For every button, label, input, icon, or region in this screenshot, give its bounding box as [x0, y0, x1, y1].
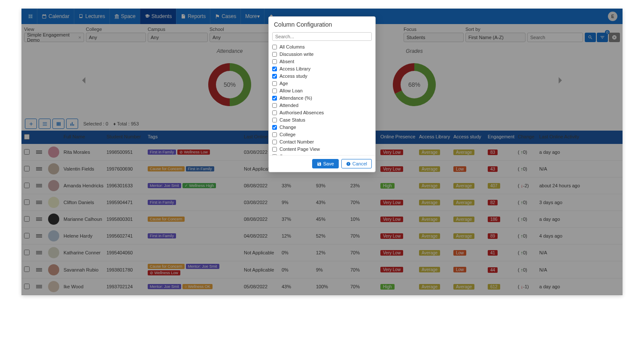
- column-option[interactable]: Contact Number: [272, 138, 372, 146]
- column-option[interactable]: Age: [272, 80, 372, 87]
- column-option[interactable]: Discussion write: [272, 51, 372, 58]
- modal-title: Column Configuration: [269, 17, 375, 32]
- modal-column-list[interactable]: All ColumnsDiscussion writeAbsentAccess …: [269, 43, 375, 155]
- column-option[interactable]: Access study: [272, 73, 372, 80]
- column-option[interactable]: College: [272, 131, 372, 138]
- column-checkbox[interactable]: [272, 125, 277, 130]
- column-checkbox[interactable]: [272, 81, 277, 86]
- column-config-modal: Column Configuration All ColumnsDiscussi…: [268, 16, 376, 172]
- column-checkbox[interactable]: [272, 147, 277, 152]
- column-option[interactable]: Attended: [272, 102, 372, 109]
- column-option[interactable]: Case Status: [272, 116, 372, 124]
- column-option[interactable]: Allow Loan: [272, 87, 372, 95]
- column-option[interactable]: Attendance (%): [272, 95, 372, 102]
- column-checkbox[interactable]: [272, 59, 277, 64]
- column-checkbox[interactable]: [272, 118, 277, 122]
- column-checkbox[interactable]: [272, 89, 277, 93]
- column-option[interactable]: Content Page View: [272, 146, 372, 153]
- column-checkbox[interactable]: [272, 140, 277, 144]
- column-checkbox[interactable]: [272, 103, 277, 108]
- column-checkbox[interactable]: [272, 96, 277, 101]
- column-option[interactable]: All Columns: [272, 43, 372, 51]
- modal-search-input[interactable]: [272, 32, 372, 41]
- column-checkbox[interactable]: [272, 110, 277, 115]
- cancel-button[interactable]: Cancel: [341, 159, 372, 168]
- column-checkbox[interactable]: [272, 67, 277, 71]
- column-checkbox[interactable]: [272, 45, 277, 49]
- column-option[interactable]: Access Library: [272, 65, 372, 73]
- column-option[interactable]: Authorised Absences: [272, 109, 372, 116]
- column-option[interactable]: Change: [272, 124, 372, 131]
- column-option[interactable]: Absent: [272, 58, 372, 65]
- column-checkbox[interactable]: [272, 74, 277, 79]
- save-button[interactable]: Save: [312, 159, 339, 168]
- column-checkbox[interactable]: [272, 132, 277, 137]
- column-checkbox[interactable]: [272, 52, 277, 57]
